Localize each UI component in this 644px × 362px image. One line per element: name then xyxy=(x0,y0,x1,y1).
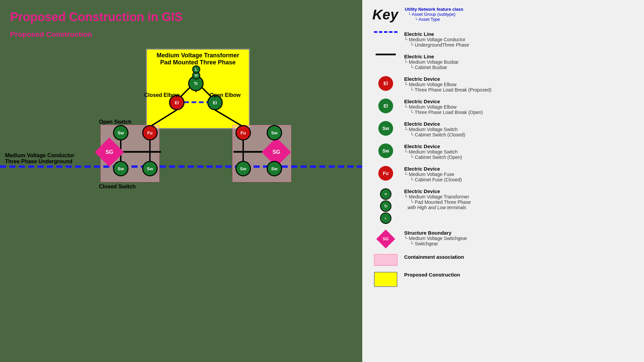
legend-key-title: Key xyxy=(372,7,398,23)
legend-circle-fu: Fu xyxy=(378,166,393,181)
legend-pink-box-symbol xyxy=(372,254,399,266)
legend-text-10: Containment association xyxy=(404,254,464,260)
legend-text-6: Electric Device └ Medium Voltage Switch … xyxy=(404,143,462,160)
legend-row-11: Proposed Construction xyxy=(372,272,634,287)
legend-transformer-symbol: H Tr L xyxy=(372,188,399,224)
legend-row-3: El Electric Device └ Medium Voltage Elbo… xyxy=(372,76,634,93)
right-sw-top: Sw xyxy=(267,125,282,140)
legend-diamond-symbol: SG xyxy=(372,230,399,248)
sub-title: Proposed Construction xyxy=(10,30,92,39)
elbow-closed-label: Closed Elbow xyxy=(144,92,179,98)
legend-solid-symbol xyxy=(372,54,399,55)
legend-text-8: Electric Device └ Medium Voltage Transfo… xyxy=(404,188,471,210)
legend-green-el-symbol: El xyxy=(372,99,399,113)
legend-text-4: Electric Device └ Medium Voltage Elbow └… xyxy=(404,99,483,115)
transformer-label: Medium Voltage Transformer Pad Mounted T… xyxy=(148,52,248,66)
legend-text-7: Electric Device └ Medium Voltage Fuse └ … xyxy=(404,166,462,182)
switch-closed-label: Closed Switch xyxy=(99,184,136,190)
legend-solid-line xyxy=(376,54,396,55)
right-SG-diamond-wrap: SG xyxy=(266,142,287,163)
legend-row-6: Sw Electric Device └ Medium Voltage Swit… xyxy=(372,143,634,160)
legend-circle-red-el: El xyxy=(378,76,393,91)
legend-row-8: H Tr L Electric Device └ Medium Voltage … xyxy=(372,188,634,224)
elbow-open-label: Open Elbow xyxy=(210,92,240,98)
legend-asset-group: └ Asset Group (subtype) xyxy=(408,12,463,17)
legend-fu-symbol: Fu xyxy=(372,166,399,181)
left-sw-bottom-left: Sw xyxy=(113,161,128,176)
legend-red-el-symbol: El xyxy=(372,76,399,91)
legend-text-1: Electric Line └ Medium Voltage Conductor… xyxy=(404,31,469,48)
legend-pink-box xyxy=(374,254,397,266)
legend-dashed-line xyxy=(374,31,397,33)
legend-text-5: Electric Device └ Medium Voltage Switch … xyxy=(404,121,465,137)
right-fu: Fu xyxy=(235,125,251,140)
left-SG-diamond-wrap: SG xyxy=(99,142,120,163)
left-sw-top: Sw xyxy=(113,125,128,140)
legend-yellow-box xyxy=(374,272,397,287)
right-sw-bottom-left: Sw xyxy=(235,161,251,176)
legend-transformer-icon: H Tr L xyxy=(380,188,391,224)
right-sw-bottom-right: Sw xyxy=(267,161,282,176)
legend-circle-sw-open: Sw xyxy=(378,143,393,158)
legend-circle-sw-closed: Sw xyxy=(378,121,393,136)
underground-label: Medium Voltage Conductor Three Phase Und… xyxy=(5,153,74,165)
legend-sw-open-symbol: Sw xyxy=(372,143,399,158)
transformer-L-node: L xyxy=(192,65,200,73)
legend-row-1: Electric Line └ Medium Voltage Conductor… xyxy=(372,31,634,48)
main-title: Proposed Construction in GIS xyxy=(10,10,182,24)
legend-asset-type: └ Asset Type xyxy=(412,17,463,22)
legend-header: Key Utility Network feature class └ Asse… xyxy=(372,7,634,26)
legend-key-desc: Utility Network feature class └ Asset Gr… xyxy=(405,7,463,22)
legend-diamond-text: SG xyxy=(383,237,388,241)
left-fu: Fu xyxy=(142,125,158,140)
legend-text-2: Electric Line └ Medium Voltage Busbar └ … xyxy=(404,54,459,70)
legend-text-9: Structure Boundary └ Medium Voltage Swit… xyxy=(404,230,467,246)
legend-text-3: Electric Device └ Medium Voltage Elbow └… xyxy=(404,76,491,93)
legend-sw-closed-symbol: Sw xyxy=(372,121,399,136)
legend-row-10: Containment association xyxy=(372,254,634,266)
legend-circle-green-el: El xyxy=(378,99,393,113)
legend-row-5: Sw Electric Device └ Medium Voltage Swit… xyxy=(372,121,634,137)
legend-row-4: El Electric Device └ Medium Voltage Elbo… xyxy=(372,99,634,115)
diagram-area: Proposed Construction in GIS Proposed Co… xyxy=(0,0,362,362)
left-sw-bottom-right: Sw xyxy=(142,161,158,176)
legend-diamond-wrap: SG xyxy=(377,230,395,248)
legend-row-2: Electric Line └ Medium Voltage Busbar └ … xyxy=(372,54,634,70)
legend-yellow-box-symbol xyxy=(372,272,399,287)
legend-dashed-symbol xyxy=(372,31,399,33)
switch-open-label: Open Switch xyxy=(99,119,131,125)
legend-row-9: SG Structure Boundary └ Medium Voltage S… xyxy=(372,230,634,248)
legend-row-7: Fu Electric Device └ Medium Voltage Fuse… xyxy=(372,166,634,182)
legend-text-11: Proposed Construction xyxy=(404,272,460,278)
legend-feature-class: Utility Network feature class xyxy=(405,7,463,12)
legend-panel: Key Utility Network feature class └ Asse… xyxy=(362,0,644,362)
